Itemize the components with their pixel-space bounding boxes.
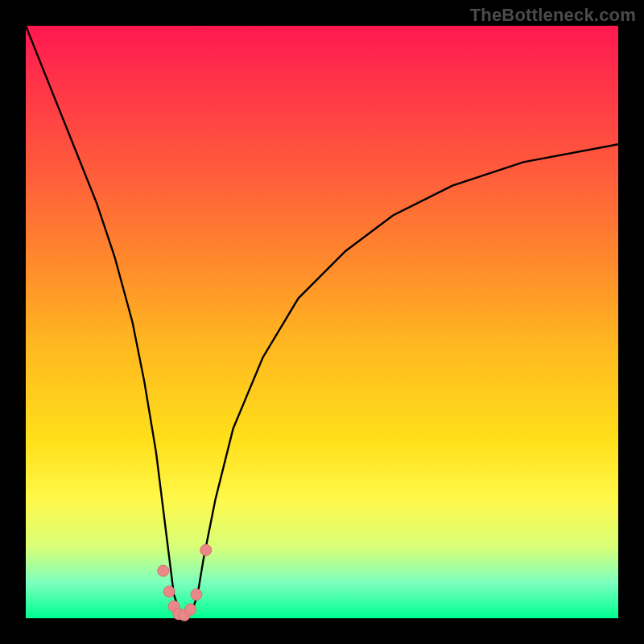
- trough-marker: [200, 544, 212, 555]
- watermark-text: TheBottleneck.com: [470, 5, 636, 26]
- plot-area: [26, 26, 618, 618]
- trough-marker: [191, 589, 202, 601]
- trough-marker: [158, 565, 169, 576]
- bottleneck-curve: [26, 26, 618, 618]
- trough-marker: [163, 586, 175, 597]
- curve-layer: [26, 26, 618, 618]
- chart-frame: TheBottleneck.com: [0, 0, 644, 644]
- trough-marker: [185, 604, 196, 615]
